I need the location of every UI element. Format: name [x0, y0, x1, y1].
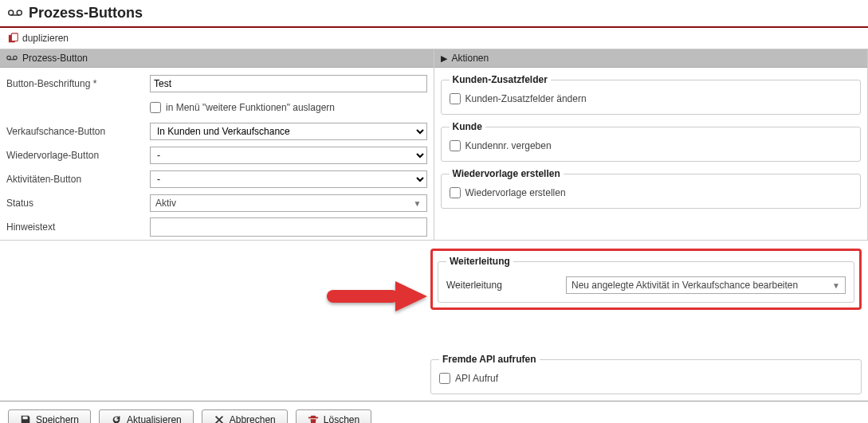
- resub-button-select[interactable]: -: [150, 147, 427, 164]
- status-value: Aktiv: [155, 198, 176, 209]
- activity-button-select[interactable]: -: [150, 170, 427, 188]
- weiterleitung-row-label: Weiterleitung: [446, 280, 558, 291]
- svg-point-1: [17, 10, 22, 15]
- cancel-button[interactable]: Abbrechen: [202, 409, 288, 423]
- triangle-right-icon: ▶: [441, 53, 447, 64]
- right-panel-title: Aktionen: [452, 53, 489, 64]
- duplicate-icon: [8, 33, 19, 44]
- resub-button-label: Wiedervorlage-Button: [6, 150, 150, 161]
- resub-checkbox[interactable]: [450, 187, 461, 198]
- api-chk-label: API Aufruf: [455, 373, 498, 384]
- weiterleitung-legend: Weiterleitung: [446, 256, 513, 267]
- svg-marker-9: [395, 281, 427, 311]
- right-panel: ▶ Aktionen Kunden-Zusatzfelder Kunden-Zu…: [434, 49, 869, 241]
- duplicate-label: duplizieren: [22, 33, 69, 44]
- refresh-button[interactable]: Aktualisieren: [99, 409, 194, 423]
- extrafields-chk-label: Kunden-Zusatzfelder ändern: [465, 93, 587, 104]
- resub-chk-label: Wiedervorlage erstellen: [465, 187, 566, 198]
- trash-icon: [308, 414, 319, 423]
- page-title: Prozess-Buttons: [29, 5, 143, 22]
- red-arrow-icon: [325, 276, 429, 316]
- refresh-label: Aktualisieren: [127, 414, 182, 423]
- button-label-label: Button-Beschriftung *: [6, 78, 150, 89]
- hint-label: Hinweistext: [6, 221, 150, 233]
- close-icon: [214, 414, 225, 423]
- customer-checkbox[interactable]: [450, 140, 461, 151]
- svg-point-0: [9, 10, 14, 15]
- hint-textarea[interactable]: [150, 217, 427, 237]
- svg-rect-4: [11, 33, 18, 41]
- left-panel-title: Prozess-Button: [22, 53, 88, 64]
- fieldset-extrafields: Kunden-Zusatzfelder Kunden-Zusatzfelder …: [441, 74, 862, 115]
- callout-area: Weiterleitung Weiterleitung Neu angelegt…: [0, 241, 868, 344]
- activity-button-label: Aktivitäten-Button: [6, 174, 150, 185]
- chevron-down-icon: ▼: [414, 199, 422, 208]
- status-select[interactable]: Aktiv ▼: [150, 194, 427, 212]
- fieldset-resub: Wiedervorlage erstellen Wiedervorlage er…: [441, 168, 862, 209]
- footer-bar: Speichern Aktualisieren Abbrechen Lösche…: [0, 401, 868, 423]
- chevron-down-icon: ▼: [832, 281, 840, 290]
- api-checkbox[interactable]: [439, 373, 450, 384]
- fieldset-weiterleitung: Weiterleitung Weiterleitung Neu angelegt…: [438, 256, 854, 303]
- outsource-checkbox[interactable]: [150, 102, 161, 113]
- weiterleitung-select[interactable]: Neu angelegte Aktivität in Verkaufschanc…: [566, 276, 846, 294]
- page-header: Prozess-Buttons: [0, 0, 868, 28]
- right-panel-header: ▶ Aktionen: [434, 49, 868, 68]
- left-panel-header: Prozess-Button: [0, 49, 434, 68]
- panels-container: Prozess-Button Button-Beschriftung * in …: [0, 49, 868, 241]
- extrafields-checkbox[interactable]: [450, 93, 461, 104]
- voicemail-icon: [6, 53, 18, 63]
- svg-point-6: [14, 56, 18, 60]
- button-label-input[interactable]: [150, 75, 427, 92]
- sales-button-label: Verkaufschance-Button: [6, 126, 150, 137]
- customer-legend: Kunde: [450, 121, 485, 132]
- svg-rect-8: [327, 290, 399, 303]
- save-button[interactable]: Speichern: [8, 409, 91, 423]
- extrafields-legend: Kunden-Zusatzfelder: [450, 74, 551, 85]
- left-panel: Prozess-Button Button-Beschriftung * in …: [0, 49, 434, 241]
- outsource-label: in Menü "weitere Funktionen" auslagern: [166, 102, 335, 113]
- delete-label: Löschen: [324, 414, 359, 423]
- svg-point-5: [7, 56, 11, 60]
- duplicate-button[interactable]: duplizieren: [8, 33, 69, 44]
- cancel-label: Abbrechen: [230, 414, 276, 423]
- sales-button-select[interactable]: In Kunden und Verkaufschance: [150, 123, 427, 140]
- delete-button[interactable]: Löschen: [296, 409, 371, 423]
- highlight-box: Weiterleitung Weiterleitung Neu angelegt…: [430, 249, 862, 310]
- fieldset-customer: Kunde Kundennr. vergeben: [441, 121, 862, 162]
- toolbar: duplizieren: [0, 28, 868, 49]
- refresh-icon: [111, 414, 122, 423]
- weiterleitung-value: Neu angelegte Aktivität in Verkaufschanc…: [571, 280, 798, 291]
- save-label: Speichern: [36, 414, 79, 423]
- resub-legend: Wiedervorlage erstellen: [450, 168, 564, 179]
- api-legend: Fremde API aufrufen: [439, 354, 540, 365]
- status-label: Status: [6, 198, 150, 209]
- fieldset-api: Fremde API aufrufen API Aufruf: [430, 354, 862, 394]
- customer-chk-label: Kundennr. vergeben: [465, 140, 552, 151]
- save-icon: [20, 414, 31, 423]
- voicemail-icon: [8, 6, 22, 21]
